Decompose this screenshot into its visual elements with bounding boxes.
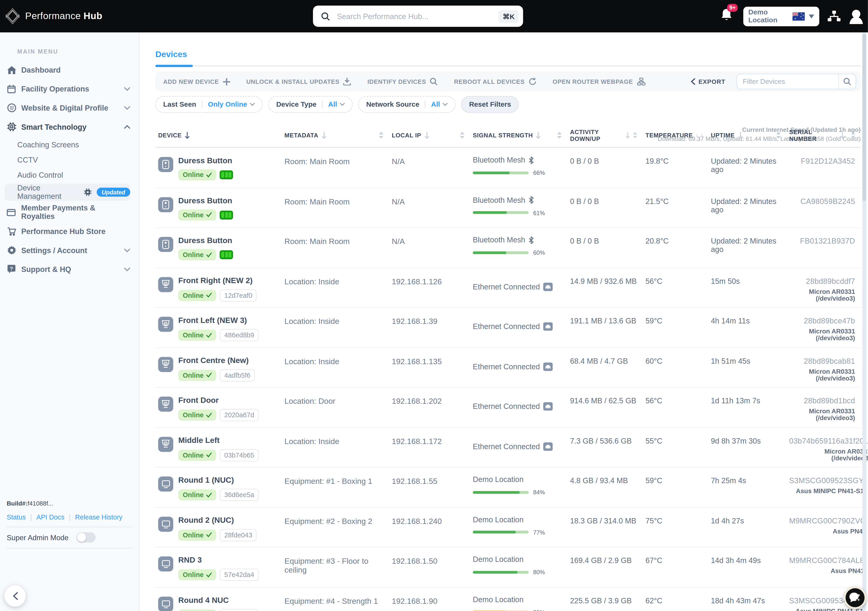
- search-icon: [430, 77, 438, 85]
- table-row[interactable]: Round 4 NUC Online 1e7d3251 Equipment: #…: [155, 588, 861, 611]
- button-label: EXPORT: [698, 78, 725, 85]
- serial-number: FB01321B937D: [789, 237, 855, 245]
- sidebar-item-performance-hub-store[interactable]: Performance Hub Store: [0, 222, 139, 241]
- table-row[interactable]: Round 2 (NUC) Online 28fde043 Equipment:…: [155, 507, 861, 548]
- table-row[interactable]: Front Left (NEW 3) Online 486ed8b9 Locat…: [155, 308, 861, 348]
- location-selector[interactable]: Demo Location: [743, 6, 819, 26]
- column-header-temperature[interactable]: TEMPERATURE: [643, 128, 708, 142]
- filter-search-button[interactable]: [839, 74, 856, 89]
- unlock-install-updates-button[interactable]: UNLOCK & INSTALL UPDATES: [246, 77, 351, 85]
- credit-card-icon: [7, 209, 16, 216]
- uptime-cell: 18d 4h 43m 47s: [708, 588, 786, 611]
- table-row[interactable]: Middle Left Online 03b74b65 Location: In…: [155, 427, 861, 467]
- sidebar-subitem-audio-control[interactable]: Audio Control: [0, 168, 139, 183]
- identify-devices-button[interactable]: IDENTIFY DEVICES: [367, 77, 438, 85]
- sidebar-item-label: Facility Operations: [21, 85, 89, 93]
- signal-percent: 60%: [533, 249, 545, 256]
- sidebar-item-smart-technology[interactable]: Smart Technology: [0, 118, 139, 136]
- sidebar-subitem-cctv[interactable]: CCTV: [0, 153, 139, 168]
- table-row[interactable]: Duress Button Online Room: Main Room N/A…: [155, 228, 861, 268]
- sidebar-item-label: Smart Technology: [21, 123, 87, 131]
- filter-chip-last-seen[interactable]: Last Seen Only Online: [155, 96, 263, 113]
- add-new-device-button[interactable]: ADD NEW DEVICE: [163, 78, 230, 85]
- serial-number: 28bd89bcddf7: [789, 277, 855, 285]
- help-icon: ?: [7, 265, 16, 274]
- column-header-signal-strength[interactable]: SIGNAL STRENGTH: [470, 128, 567, 142]
- calendar-icon: [7, 85, 16, 93]
- signal-strength-cell: Ethernet Connected: [470, 388, 567, 427]
- user-avatar-icon[interactable]: [849, 7, 868, 26]
- check-icon: [206, 492, 212, 498]
- active-tab-indicator: [155, 65, 193, 67]
- filter-chip-device-type[interactable]: Device Type All: [268, 96, 353, 113]
- scrollbar-track[interactable]: [862, 32, 866, 611]
- column-filter-icon[interactable]: [633, 132, 637, 139]
- column-filter-icon[interactable]: [379, 132, 383, 139]
- device-name: Duress Button: [178, 196, 233, 205]
- device-type-icon: [158, 317, 173, 332]
- notifications-button[interactable]: 9+: [720, 8, 735, 25]
- export-button[interactable]: EXPORT: [687, 77, 729, 85]
- column-filter-icon[interactable]: [776, 132, 781, 139]
- sidebar-item-website-digital-profile[interactable]: Website & Digital Profile: [0, 98, 139, 118]
- column-filter-icon[interactable]: [851, 132, 855, 139]
- open-router-webpage-button[interactable]: OPEN ROUTER WEBPAGE: [553, 77, 645, 85]
- global-search[interactable]: ⌘K: [313, 6, 523, 27]
- status-link[interactable]: Status: [7, 514, 26, 521]
- table-row[interactable]: Front Right (NEW 2) Online 12d7eaf0 Loca…: [155, 268, 861, 308]
- column-header-device[interactable]: DEVICE: [155, 128, 282, 142]
- sidebar-item-member-payments[interactable]: Member Payments & Royalties: [0, 203, 139, 222]
- serial-number: CA98059B2245: [789, 197, 855, 206]
- status-badge: Online: [178, 209, 216, 220]
- column-header-activity[interactable]: ACTIVITY DOWN/UP: [567, 128, 643, 142]
- sidebar-item-support-hq[interactable]: ? Support & HQ: [0, 260, 139, 279]
- sidebar-subitem-coaching-screens[interactable]: Coaching Screens: [0, 138, 139, 153]
- tab-devices[interactable]: Devices: [155, 49, 187, 59]
- tab-bar: Devices: [155, 49, 861, 67]
- sidebar-subitem-device-management[interactable]: Device Management Updated: [5, 184, 130, 201]
- serial-cell: S3MSCG009523SGY Asus MINIPC PN41-S1: [786, 467, 868, 507]
- column-header-uptime[interactable]: UPTIME: [708, 128, 786, 142]
- sidebar-collapse-button[interactable]: [5, 585, 26, 606]
- table-row[interactable]: Duress Button Online Room: Main Room N/A…: [155, 188, 861, 228]
- filter-chip-network-source[interactable]: Network Source All: [358, 96, 456, 113]
- api-docs-link[interactable]: API Docs: [36, 514, 64, 521]
- column-filter-icon[interactable]: [701, 132, 702, 139]
- search-input[interactable]: [336, 11, 499, 21]
- top-bar: Performance Hub ⌘K 9+ Demo Location: [0, 0, 868, 32]
- uptime-cell: Updated: 2 Minutes ago: [708, 228, 786, 267]
- sidebar-section-label: MAIN MENU: [17, 48, 139, 55]
- reset-filters-button[interactable]: Reset Filters: [461, 96, 519, 113]
- sidebar-item-dashboard[interactable]: Dashboard: [0, 60, 139, 79]
- column-filter-icon[interactable]: [460, 132, 464, 139]
- device-name: Front Left (NEW 3): [178, 316, 259, 324]
- table-row[interactable]: Round 1 (NUC) Online 36d6ee5a Equipment:…: [155, 467, 861, 507]
- column-header-metadata[interactable]: METADATA: [282, 128, 389, 142]
- column-filter-icon[interactable]: [557, 132, 562, 139]
- bluetooth-icon: [529, 236, 534, 244]
- table-row[interactable]: RND 3 Online 57e42da4 Equipment: #3 - Fl…: [155, 548, 861, 588]
- table-row[interactable]: Duress Button Online Room: Main Room N/A…: [155, 148, 861, 188]
- metadata-cell: Room: Main Room: [282, 148, 389, 187]
- super-admin-toggle[interactable]: [76, 532, 96, 542]
- scrollbar-thumb[interactable]: [862, 34, 866, 201]
- filter-devices-input[interactable]: [737, 77, 838, 85]
- sidebar-item-facility-operations[interactable]: Facility Operations: [0, 79, 139, 99]
- sitemap-icon[interactable]: [828, 10, 840, 22]
- brand[interactable]: Performance Hub: [5, 8, 102, 25]
- signal-percent: 80%: [533, 569, 545, 575]
- table-row[interactable]: Front Centre (New) Online 4adfb5f6 Locat…: [155, 348, 861, 388]
- refresh-icon: [529, 77, 536, 85]
- signal-label: Bluetooth Mesh: [473, 236, 525, 244]
- chat-assistant-button[interactable]: [844, 586, 866, 609]
- sidebar-item-settings-account[interactable]: Settings / Account: [0, 241, 139, 260]
- button-label: OPEN ROUTER WEBPAGE: [553, 78, 633, 85]
- serial-cell: M9MRCG00C784AL8 Asus PN41: [786, 548, 868, 587]
- column-header-local-ip[interactable]: LOCAL IP: [389, 128, 470, 142]
- release-history-link[interactable]: Release History: [75, 514, 122, 521]
- check-icon: [206, 333, 212, 338]
- reboot-all-devices-button[interactable]: REBOOT ALL DEVICES: [454, 77, 536, 85]
- column-header-serial-number[interactable]: SERIAL NUMBER: [786, 128, 860, 142]
- signal-strength-cell: Bluetooth Mesh 60%: [470, 228, 567, 267]
- table-row[interactable]: Front Door Online 2020a67d Location: Doo…: [155, 388, 861, 428]
